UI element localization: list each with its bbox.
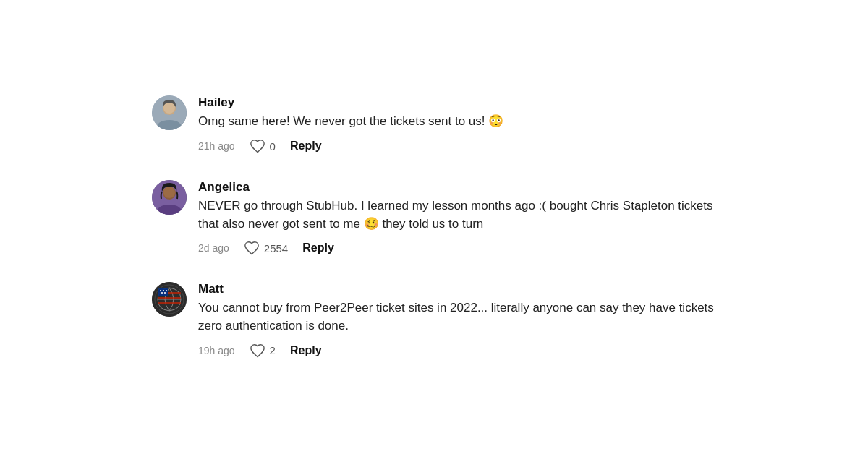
avatar-matt	[152, 282, 187, 317]
comment-actions-matt: 19h ago 2 Reply	[198, 343, 716, 359]
like-count-matt: 2	[270, 344, 276, 356]
comment-body-angelica: Angelica NEVER go through StubHub. I lea…	[198, 180, 716, 256]
comment-body-hailey: Hailey Omg same here! We never got the t…	[198, 95, 716, 154]
avatar-angelica	[152, 180, 187, 215]
timestamp-matt: 19h ago	[198, 345, 235, 356]
svg-point-15	[166, 290, 167, 291]
username-hailey: Hailey	[198, 95, 716, 110]
comment-body-matt: Matt You cannot buy from Peer2Peer ticke…	[198, 282, 716, 358]
comment-actions-hailey: 21h ago 0 Reply	[198, 138, 716, 154]
comments-list: Hailey Omg same here! We never got the t…	[152, 82, 716, 371]
like-button-matt[interactable]: 2	[250, 343, 276, 359]
svg-point-13	[160, 290, 161, 291]
svg-point-17	[164, 292, 166, 294]
like-button-angelica[interactable]: 2554	[244, 240, 288, 256]
reply-button-hailey[interactable]: Reply	[290, 140, 322, 153]
timestamp-angelica: 2d ago	[198, 242, 229, 254]
comment-matt: Matt You cannot buy from Peer2Peer ticke…	[152, 269, 716, 371]
svg-point-5	[163, 187, 175, 198]
heart-icon-angelica	[244, 240, 260, 256]
heart-icon-hailey	[250, 138, 265, 154]
comment-angelica: Angelica NEVER go through StubHub. I lea…	[152, 167, 716, 269]
comment-hailey: Hailey Omg same here! We never got the t…	[152, 82, 716, 167]
comment-text-hailey: Omg same here! We never got the tickets …	[198, 113, 716, 131]
like-count-hailey: 0	[270, 140, 276, 153]
svg-point-16	[161, 292, 163, 294]
like-button-hailey[interactable]: 0	[250, 138, 276, 154]
comment-text-matt: You cannot buy from Peer2Peer ticket sit…	[198, 299, 716, 335]
like-count-angelica: 2554	[264, 242, 288, 254]
comment-text-angelica: NEVER go through StubHub. I learned my l…	[198, 197, 716, 233]
reply-button-angelica[interactable]: Reply	[302, 241, 334, 254]
username-angelica: Angelica	[198, 180, 716, 194]
svg-rect-11	[158, 302, 181, 304]
comment-actions-angelica: 2d ago 2554 Reply	[198, 240, 716, 256]
avatar-hailey	[152, 95, 187, 130]
svg-point-14	[163, 290, 164, 291]
reply-button-matt[interactable]: Reply	[290, 344, 322, 357]
svg-rect-10	[158, 297, 181, 299]
timestamp-hailey: 21h ago	[198, 140, 235, 152]
heart-icon-matt	[250, 343, 265, 359]
username-matt: Matt	[198, 282, 716, 296]
